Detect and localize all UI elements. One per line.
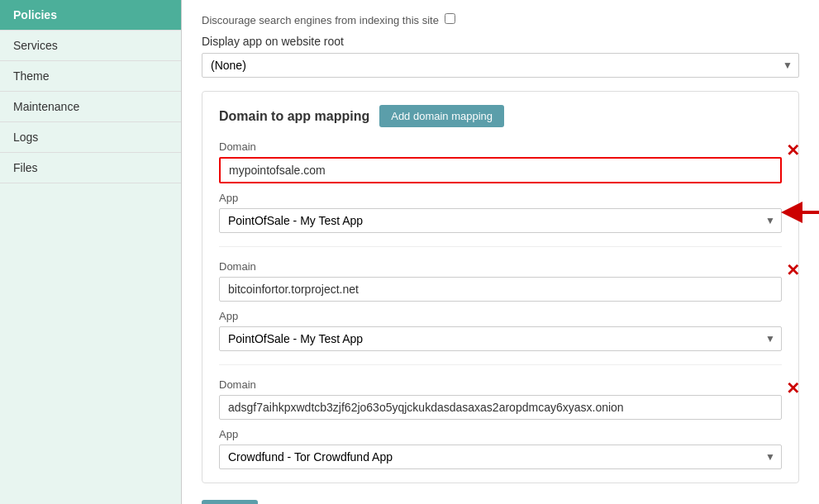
sidebar-item-logs[interactable]: Logs [0,122,181,153]
display-app-select-wrapper: (None) ▼ [202,53,799,78]
app-select-wrapper-1: PointOfSale - My Test App ▼ [219,208,782,233]
sidebar-item-policies[interactable]: Policies [0,0,181,31]
delete-button-3[interactable]: ✕ [786,378,800,398]
discourage-search-text: Discourage search engines from indexing … [202,13,799,26]
domain-app-row-1: Domain App PointOfSale - My Test App ▼ [219,140,782,247]
domain-label-2: Domain [219,260,782,273]
app-select-3[interactable]: Crowdfund - Tor Crowdfund App [219,445,782,469]
app-select-2[interactable]: PointOfSale - My Test App [219,326,782,351]
delete-button-1[interactable]: ✕ [786,140,800,160]
display-app-label: Display app on website root [202,35,799,48]
app-select-wrapper-3: Crowdfund - Tor Crowdfund App ▼ [219,445,782,469]
domain-app-row-2: Domain App PointOfSale - My Test App ▼ ✕ [219,260,782,365]
arrow-annotation-1 [781,202,819,223]
app-label-3: App [219,428,782,440]
display-app-select[interactable]: (None) [202,53,799,78]
domain-input-1[interactable] [219,157,782,183]
domain-input-2[interactable] [219,277,782,302]
app-select-wrapper-2: PointOfSale - My Test App ▼ [219,326,782,351]
sidebar-item-files[interactable]: Files [0,153,181,183]
sidebar: Policies Services Theme Maintenance Logs… [0,0,182,504]
sidebar-item-theme[interactable]: Theme [0,61,181,92]
domain-mapping-card: Domain to app mapping Add domain mapping… [202,91,799,483]
domain-label-1: Domain [219,140,782,153]
delete-button-2[interactable]: ✕ [786,260,800,280]
display-app-section: Display app on website root (None) ▼ [202,35,799,78]
add-domain-mapping-button[interactable]: Add domain mapping [379,105,504,127]
sidebar-item-maintenance[interactable]: Maintenance [0,92,181,122]
main-content: Discourage search engines from indexing … [182,0,819,504]
mapping-title: Domain to app mapping [219,109,369,124]
app-label-2: App [219,310,782,322]
save-section: Save [202,500,799,504]
app-label-1: App [219,192,782,204]
red-arrow-tail-1 [802,211,819,214]
sidebar-item-services[interactable]: Services [0,31,181,61]
domain-input-3[interactable] [219,395,782,420]
mapping-header: Domain to app mapping Add domain mapping [219,105,782,127]
domain-app-row-3: Domain App Crowdfund - Tor Crowdfund App… [219,378,782,469]
red-arrow-icon-1 [781,202,802,223]
app-select-1[interactable]: PointOfSale - My Test App [219,208,782,233]
discourage-search-checkbox[interactable] [445,13,455,24]
domain-label-3: Domain [219,378,782,391]
save-button[interactable]: Save [202,500,258,504]
